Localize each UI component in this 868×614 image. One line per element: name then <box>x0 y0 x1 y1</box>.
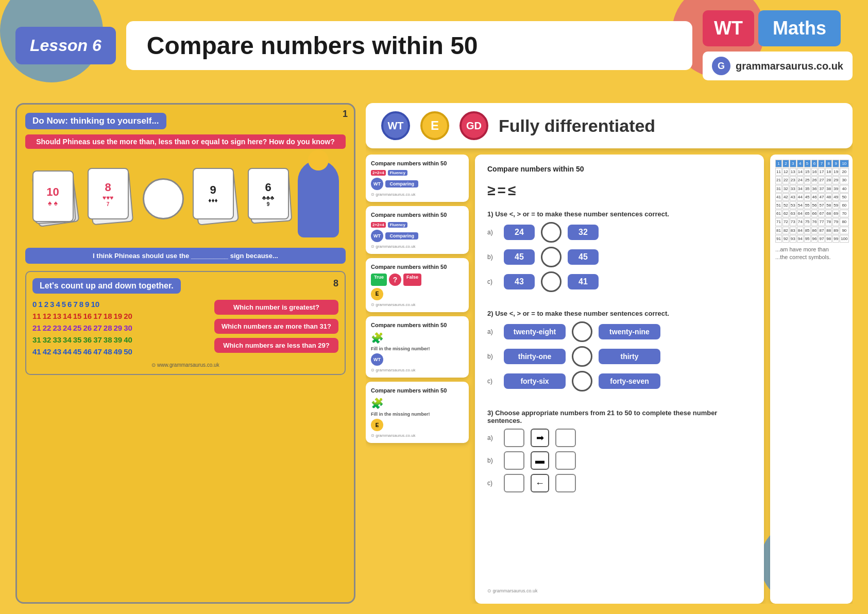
number-line-row-2: 11121314151617181920 <box>32 312 209 320</box>
task2-row-b: b) thirty-one thirty <box>487 346 752 367</box>
questions-col: Which number is greatest? Which numbers … <box>214 300 338 353</box>
slide2-number: 8 <box>333 278 338 289</box>
grid-cell-37: 37 <box>818 185 825 193</box>
grid-cell-51: 51 <box>775 201 782 209</box>
grid-cell-29: 29 <box>832 176 839 184</box>
grid-cell-49: 49 <box>832 193 839 201</box>
task1: 1) Use <, > or = to make these number se… <box>487 210 752 296</box>
card-stack-4: 6 ♣♣♣ 9 <box>248 168 289 230</box>
grid-cell-16: 16 <box>811 168 818 176</box>
lesson-badge: Lesson 6 <box>15 27 116 64</box>
grid-cell-62: 62 <box>782 210 789 217</box>
card-front-1: 10 ♠ ♠ <box>32 170 74 222</box>
worksheets-row: Compare numbers within 50 2+2=4 Fluency … <box>366 155 853 604</box>
task2-c-val1: forty-six <box>504 373 566 389</box>
ws1-comparing: Comparing <box>385 180 418 187</box>
grid-cell-1: 1 <box>775 160 782 167</box>
ws-card-1[interactable]: Compare numbers within 50 2+2=4 Fluency … <box>366 155 469 202</box>
grid-cell-84: 84 <box>797 227 804 234</box>
grid-cell-100: 100 <box>840 235 848 243</box>
task3-c-symbol: ← <box>531 474 549 492</box>
task2-a-label: a) <box>487 328 498 335</box>
task1-row-b: b) 45 45 <box>487 247 752 267</box>
grid-cell-8: 8 <box>825 160 832 167</box>
grid-cell-64: 64 <box>797 210 804 217</box>
grid-cell-80: 80 <box>840 218 848 226</box>
grid-cell-97: 97 <box>818 235 825 243</box>
equals-symbol: = <box>497 182 505 199</box>
task1-c-val2: 41 <box>568 274 599 289</box>
task2-a-val2: twenty-nine <box>599 324 660 339</box>
y1-maths-row: WT Maths <box>703 10 841 46</box>
ws1-title: Compare numbers within 50 <box>371 160 464 167</box>
grid-cell-87: 87 <box>818 227 825 234</box>
grid-cell-45: 45 <box>804 193 811 201</box>
footer-url: ⊙ www.grammarsaurus.co.uk <box>151 362 219 368</box>
main-ws-header: Compare numbers within 50 <box>487 165 752 173</box>
ws-card-2[interactable]: Compare numbers within 50 2+2=4 Fluency … <box>366 206 469 253</box>
task1-a-val2: 32 <box>568 225 599 240</box>
task3-c-label: c) <box>487 480 498 487</box>
task3-a-symbol: ➡ <box>531 429 549 447</box>
q3-btn[interactable]: Which numbers are less than 29? <box>214 338 338 353</box>
q2-btn[interactable]: Which numbers are more than 31? <box>214 319 338 334</box>
ws4-puzzle-icon: 🧩 <box>371 332 464 344</box>
grid-cell-31: 31 <box>775 185 782 193</box>
true-badge: True <box>371 274 387 286</box>
lets-count-bar: Let's count up and down together. <box>32 278 181 294</box>
grid-cell-83: 83 <box>790 227 796 234</box>
ws-card-3[interactable]: Compare numbers within 50 True ? False E… <box>366 258 469 312</box>
task2-a-val1: twenty-eight <box>504 324 566 339</box>
task3-c-box2 <box>555 474 576 492</box>
grid-cell-42: 42 <box>782 193 789 201</box>
task1-b-label: b) <box>487 253 498 261</box>
less-than-symbol: ≤ <box>508 182 516 199</box>
grid-cell-22: 22 <box>782 176 789 184</box>
grammarsaurus-box: G grammarsaurus.co.uk <box>703 52 853 80</box>
task2-c-circle <box>572 371 592 391</box>
task1-a-val1: 24 <box>504 225 535 240</box>
task1-a-label: a) <box>487 229 498 236</box>
grid-cell-6: 6 <box>811 160 818 167</box>
grid-cell-79: 79 <box>832 218 839 226</box>
grid-cell-43: 43 <box>790 193 796 201</box>
e-badge-large: E <box>420 111 449 140</box>
task2-row-c: c) forty-six forty-seven <box>487 371 752 391</box>
task3-b-label: b) <box>487 457 498 464</box>
grid-cell-14: 14 <box>797 168 804 176</box>
grid-cell-55: 55 <box>804 201 811 209</box>
grid-cell-72: 72 <box>782 218 789 226</box>
worksheet-stack: Compare numbers within 50 2+2=4 Fluency … <box>366 155 469 604</box>
grid-cell-9: 9 <box>832 160 839 167</box>
grid-cell-71: 71 <box>775 218 782 226</box>
think-text: I think Phineas should use the _________… <box>25 248 346 264</box>
grid-cell-34: 34 <box>797 185 804 193</box>
task3-a-box2 <box>555 429 576 447</box>
task3-row-c: c) ← <box>487 474 752 492</box>
grid-cell-89: 89 <box>832 227 839 234</box>
ws-card-4[interactable]: Compare numbers within 50 🧩 Fill in the … <box>366 316 469 378</box>
grid-cell-95: 95 <box>804 235 811 243</box>
task2-b-label: b) <box>487 353 498 360</box>
right-badges: WT Maths G grammarsaurus.co.uk <box>703 10 853 80</box>
grid-cell-3: 3 <box>790 160 796 167</box>
grid-cell-76: 76 <box>811 218 818 226</box>
ws-card-5[interactable]: Compare numbers within 50 🧩 Fill in the … <box>366 382 469 443</box>
do-now-bar: Do Now: thinking to yourself... <box>25 113 166 129</box>
grid-cell-24: 24 <box>797 176 804 184</box>
num-grid: 1234567891011121314151617181920212223242… <box>775 160 847 243</box>
task2: 2) Use <, > or = to make these number se… <box>487 310 752 396</box>
grid-cell-40: 40 <box>840 185 848 193</box>
q1-btn[interactable]: Which number is greatest? <box>214 300 338 315</box>
ws5-fill-label: Fill in the missing number! <box>371 412 464 417</box>
main-ws-footer: ⊙ grammarsaurus.co.uk <box>487 588 752 593</box>
grid-cell-93: 93 <box>790 235 796 243</box>
grid-cell-66: 66 <box>811 210 818 217</box>
grid-cell-30: 30 <box>840 176 848 184</box>
grid-cell-32: 32 <box>782 185 789 193</box>
grid-cell-98: 98 <box>825 235 832 243</box>
ws4-wt: WT <box>371 353 383 366</box>
task2-row-a: a) twenty-eight twenty-nine <box>487 321 752 342</box>
grid-cell-27: 27 <box>818 176 825 184</box>
ws3-true-false: True ? False <box>371 274 464 286</box>
